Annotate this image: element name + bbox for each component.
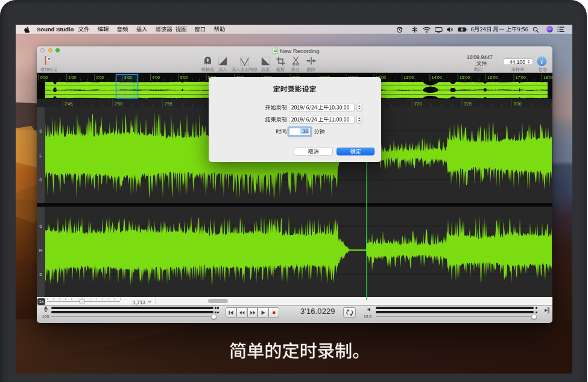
svg-text:6: 6 (39, 272, 42, 277)
svg-text:1'00: 1'00 (68, 75, 76, 80)
svg-text:i: i (541, 58, 543, 64)
svg-text:3'25: 3'25 (464, 101, 472, 107)
svg-text:13'00: 13'00 (403, 75, 414, 80)
svg-text:M: M (48, 57, 50, 61)
svg-text:3'20: 3'20 (414, 101, 422, 107)
svg-text:5'00: 5'00 (180, 75, 188, 80)
svg-text:14'00: 14'00 (431, 75, 441, 80)
svg-text:17'00: 17'00 (516, 75, 526, 80)
svg-text:2'45: 2'45 (65, 101, 72, 107)
svg-text:3'30: 3'30 (513, 101, 521, 107)
svg-text:2'55: 2'55 (164, 101, 172, 107)
svg-text:2'00: 2'00 (96, 75, 104, 80)
svg-text:6: 6 (39, 224, 42, 229)
svg-text:16'00: 16'00 (487, 75, 498, 80)
svg-text:2'50: 2'50 (115, 101, 122, 107)
svg-text:0'00: 0'00 (40, 75, 48, 80)
svg-text:4'00: 4'00 (152, 75, 160, 80)
svg-text:R: R (39, 248, 43, 253)
svg-text:15'00: 15'00 (460, 75, 470, 80)
svg-text:6: 6 (39, 128, 42, 134)
svg-text:18'00: 18'00 (543, 75, 552, 80)
svg-text:6: 6 (39, 177, 42, 183)
svg-text:L: L (39, 152, 42, 158)
